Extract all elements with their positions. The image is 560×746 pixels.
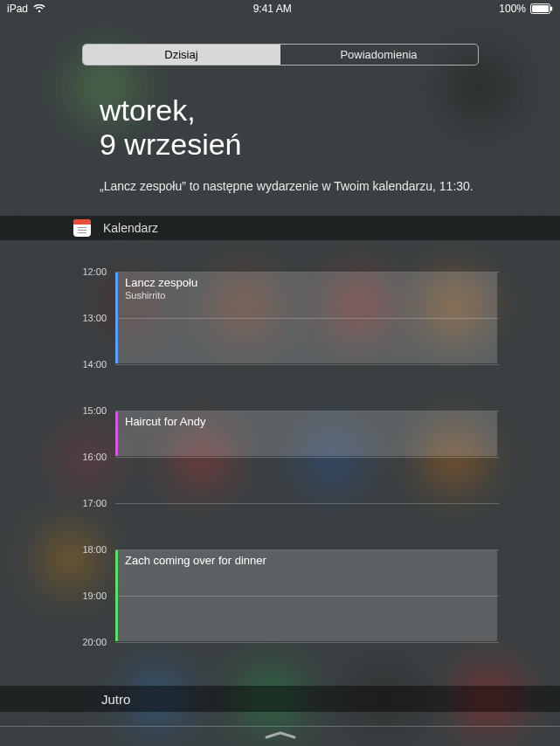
hour-line [115, 364, 499, 365]
clock: 9:41 AM [253, 3, 292, 15]
event-subtitle: Sushirrito [125, 290, 490, 300]
hour-line [115, 457, 499, 458]
hour-label: 18:00 [0, 544, 115, 555]
event-title: Lancz zespołu [125, 276, 490, 289]
tab-notifications[interactable]: Powiadomienia [280, 45, 478, 65]
hour-row: 16:00 [0, 457, 499, 467]
tomorrow-header[interactable]: Jutro [0, 686, 560, 712]
hour-label: 12:00 [0, 266, 115, 277]
grabber-handle[interactable] [265, 730, 296, 741]
battery-text: 100% [499, 3, 526, 15]
date-line-1: wtorek, [100, 93, 560, 128]
segmented-control: Dzisiaj Powiadomienia [82, 44, 479, 66]
calendar-icon [73, 219, 91, 237]
hour-label: 13:00 [0, 313, 115, 323]
calendar-event[interactable]: Lancz zespołuSushirrito [115, 273, 497, 363]
hour-line [115, 503, 499, 504]
hour-row: 14:00 [0, 364, 499, 375]
hour-row: 17:00 [0, 503, 499, 514]
hour-row: 20:00 [0, 642, 499, 653]
hour-label: 14:00 [0, 359, 115, 370]
hour-label: 16:00 [0, 452, 115, 462]
calendar-timeline[interactable]: 12:0013:0014:0015:0016:0017:0018:0019:00… [0, 251, 560, 679]
battery-icon [530, 3, 553, 14]
bottom-separator [0, 726, 560, 727]
tab-today[interactable]: Dzisiaj [83, 45, 280, 65]
calendar-header[interactable]: Kalendarz [0, 216, 560, 240]
device-label: iPad [7, 3, 28, 15]
hour-label: 20:00 [0, 637, 115, 647]
calendar-title: Kalendarz [103, 221, 158, 235]
svg-rect-1 [532, 5, 549, 12]
date-line-2: 9 wrzesień [100, 128, 560, 162]
hour-label: 17:00 [0, 498, 115, 508]
hour-label: 15:00 [0, 405, 115, 416]
event-title: Haircut for Andy [125, 415, 490, 428]
event-title: Zach coming over for dinner [125, 554, 490, 567]
svg-rect-2 [550, 7, 552, 11]
hour-line [115, 642, 499, 643]
wifi-icon [33, 4, 45, 13]
date-heading: wtorek, 9 wrzesień [100, 93, 560, 162]
calendar-event[interactable]: Haircut for Andy [115, 411, 497, 456]
next-event-summary: „Lancz zespołu” to następne wydarzenie w… [100, 179, 560, 193]
hour-label: 19:00 [0, 591, 115, 601]
status-bar: iPad 9:41 AM 100% [0, 0, 560, 17]
calendar-event[interactable]: Zach coming over for dinner [115, 550, 497, 641]
